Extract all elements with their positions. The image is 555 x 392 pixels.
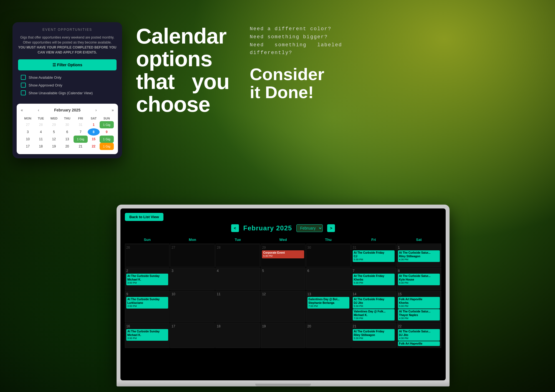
laptop-screen: Back to List View < February 2025 Februa…: [120, 208, 446, 380]
cal-day-feb14[interactable]: 14 At The Curbside Friday DJ Jito 5:30 P…: [351, 291, 396, 322]
cal-event[interactable]: Folk Art Hapeville: [398, 341, 440, 346]
cal-event[interactable]: At The Curbside Sunday Lurkluciano 3:00 …: [126, 297, 168, 309]
cal-day-feb12[interactable]: 12: [261, 291, 305, 322]
cal-day-jan29[interactable]: 29 Corporate Event 5:30 PM: [261, 244, 305, 267]
checkbox-group: Show Available Only Show Approved Only S…: [18, 75, 117, 95]
mini-cal-day[interactable]: 7: [74, 128, 88, 136]
checkbox-unavailable[interactable]: Show Unavailable Gigs (Calendar View): [21, 90, 114, 95]
mini-cal-next[interactable]: ›: [95, 108, 97, 112]
cal-day-feb5[interactable]: 5: [261, 268, 305, 290]
mini-cal-week-2: 3 4 5 6 7 8 9: [21, 128, 114, 136]
cal-day-feb22[interactable]: 22 At The Curbside Satur... DJ Jito 4:30…: [397, 323, 441, 348]
mini-cal-day[interactable]: 4: [35, 128, 47, 136]
cal-event[interactable]: At The Curbside Friday DJ Jito 5:30 PM: [353, 297, 395, 309]
cal-day-feb16[interactable]: 16 At The Curbside Sunday Michael K. 3:0…: [125, 323, 170, 348]
mini-cal-day[interactable]: 22: [88, 143, 100, 150]
right-subtitle: Need a different color? Need something b…: [250, 25, 366, 57]
cal-day-jan30[interactable]: 30: [306, 244, 351, 267]
cal-day-jan26[interactable]: 26: [125, 244, 170, 267]
cal-event[interactable]: At The Curbside Friday CJ 5:30 PM: [353, 250, 395, 262]
back-to-list-button[interactable]: Back to List View: [125, 213, 163, 221]
cal-day-feb4[interactable]: 4: [215, 268, 260, 290]
cal-event[interactable]: Galentines Day @ Bol... Stephanie Berlan…: [307, 297, 349, 309]
cal-event[interactable]: Corporate Event 5:30 PM: [262, 250, 304, 258]
right-text-block: Need a different color? Need something b…: [250, 25, 366, 101]
mini-cal-day[interactable]: 5: [47, 128, 61, 136]
mini-cal-day[interactable]: 18: [35, 143, 47, 150]
mini-cal-day[interactable]: 28: [35, 121, 47, 128]
mini-cal-prev[interactable]: ‹: [38, 108, 39, 112]
cal-event[interactable]: At The Curbside Satur... DJ Jito 4:30 PM: [398, 329, 440, 341]
checkbox-available-label: Show Available Only: [29, 75, 61, 80]
calendar-prev-button[interactable]: <: [231, 224, 239, 232]
mini-cal-today[interactable]: 8: [88, 128, 100, 136]
cal-day-feb7[interactable]: 7 At The Curbside Friday Kherbs 5:30 PM: [351, 268, 396, 290]
mini-cal-next-next[interactable]: »: [112, 108, 114, 112]
mini-cal-day[interactable]: 17: [21, 143, 35, 150]
cal-event[interactable]: Valentines Day @ Folk... Michael K. 7:00…: [353, 309, 395, 321]
cal-day-feb1[interactable]: 1 At The Curbside Satur... Riley Stillwa…: [397, 244, 441, 267]
event-panel-description: Gigs that offer opportunities every week…: [18, 35, 117, 55]
mini-cal-day[interactable]: 20: [61, 143, 74, 150]
cal-day-feb9[interactable]: 9 At The Curbside Sunday Lurkluciano 3:0…: [125, 291, 170, 322]
mini-cal-day[interactable]: 6: [61, 128, 74, 136]
mini-cal-day-gig[interactable]: 1 Gig: [100, 121, 114, 128]
cal-day-feb17[interactable]: 17: [170, 323, 215, 348]
cal-day-feb20[interactable]: 20: [306, 323, 351, 348]
checkbox-unavailable-label: Show Unavailable Gigs (Calendar View): [29, 91, 93, 95]
cal-day-feb15[interactable]: 15 Folk Art Hapeville Kherbs 5:00 PM At …: [397, 291, 441, 322]
filter-options-button[interactable]: ☰ Filter Options: [18, 59, 117, 70]
cal-day-feb13[interactable]: 13 Galentines Day @ Bol... Stephanie Ber…: [306, 291, 351, 322]
cal-event[interactable]: At The Curbside Friday Riley Stillwagon …: [353, 329, 395, 341]
cal-day-feb18[interactable]: 18: [215, 323, 260, 348]
calendar-month-select[interactable]: February January March: [296, 224, 323, 232]
day-header-sat: SAT: [88, 116, 100, 121]
cal-day-feb8[interactable]: 8 At The Curbside Satur... Kyle House 4:…: [397, 268, 441, 290]
mini-cal-day[interactable]: 9: [100, 128, 114, 136]
mini-cal-day[interactable]: 11: [35, 136, 47, 143]
cal-day-feb21[interactable]: 21 At The Curbside Friday Riley Stillwag…: [351, 323, 396, 348]
cal-event[interactable]: At The Curbside Friday Kherbs 5:30 PM: [353, 274, 395, 285]
mini-cal-day[interactable]: 19: [47, 143, 61, 150]
mini-cal-day[interactable]: 3: [21, 128, 35, 136]
mini-cal-day[interactable]: 27: [21, 121, 35, 128]
checkbox-available-box[interactable]: [21, 75, 26, 80]
checkbox-approved[interactable]: Show Approved Only: [21, 83, 114, 88]
cal-event[interactable]: At The Curbside Sunday Michael K. 3:00 P…: [126, 274, 168, 285]
mini-cal-day[interactable]: 1: [88, 121, 100, 128]
cal-day-feb11[interactable]: 11: [215, 291, 260, 322]
cal-day-jan27[interactable]: 27: [170, 244, 215, 267]
checkbox-available[interactable]: Show Available Only: [21, 75, 114, 80]
cal-event[interactable]: At The Curbside Sunday Michael K. 3:00 P…: [126, 329, 168, 341]
cal-event[interactable]: Folk Art Hapeville Kherbs 5:00 PM: [398, 297, 440, 309]
mini-cal-day-gig[interactable]: 1 Gig: [100, 136, 114, 143]
calendar-next-button[interactable]: >: [327, 224, 335, 232]
cal-event[interactable]: At The Curbside Satur... Thayer Naples 4…: [398, 309, 440, 321]
cal-event[interactable]: At The Curbside Satur... Kyle House 4:30…: [398, 274, 440, 285]
mini-cal-day[interactable]: 21: [74, 143, 88, 150]
cal-day-feb6[interactable]: 6: [306, 268, 351, 290]
cal-event[interactable]: At The Curbside Satur... Riley Stillwago…: [398, 250, 440, 262]
cal-day-jan31[interactable]: 31 At The Curbside Friday CJ 5:30 PM: [351, 244, 396, 267]
mini-cal-day[interactable]: 31: [74, 121, 88, 128]
cal-day-feb10[interactable]: 10: [170, 291, 215, 322]
cal-day-feb2[interactable]: 2 At The Curbside Sunday Michael K. 3:00…: [125, 268, 170, 290]
calendar-grid: Sun Mon Tue Wed Thu Fri Sat 26 27 28 29 …: [125, 236, 441, 348]
cal-header-sat: Sat: [397, 236, 441, 244]
checkbox-unavailable-box[interactable]: [21, 90, 26, 95]
cal-day-feb19[interactable]: 19: [261, 323, 305, 348]
mini-cal-day-gig[interactable]: 1 Gig: [74, 136, 88, 143]
checkbox-approved-box[interactable]: [21, 83, 26, 88]
mini-cal-day-gig[interactable]: 1 Gig: [100, 143, 114, 150]
mini-cal-day[interactable]: 30: [61, 121, 74, 128]
mini-cal-week-1: 27 28 29 30 31 1 1 Gig: [21, 121, 114, 128]
mini-cal-day[interactable]: 13: [61, 136, 74, 143]
mini-cal-day[interactable]: 10: [21, 136, 35, 143]
day-header-wed: WED: [47, 116, 61, 121]
mini-cal-day[interactable]: 15: [88, 136, 100, 143]
cal-day-jan28[interactable]: 28: [215, 244, 260, 267]
cal-day-feb3[interactable]: 3: [170, 268, 215, 290]
mini-cal-day[interactable]: 29: [47, 121, 61, 128]
mini-cal-day[interactable]: 12: [47, 136, 61, 143]
mini-cal-prev-prev[interactable]: «: [21, 108, 23, 112]
